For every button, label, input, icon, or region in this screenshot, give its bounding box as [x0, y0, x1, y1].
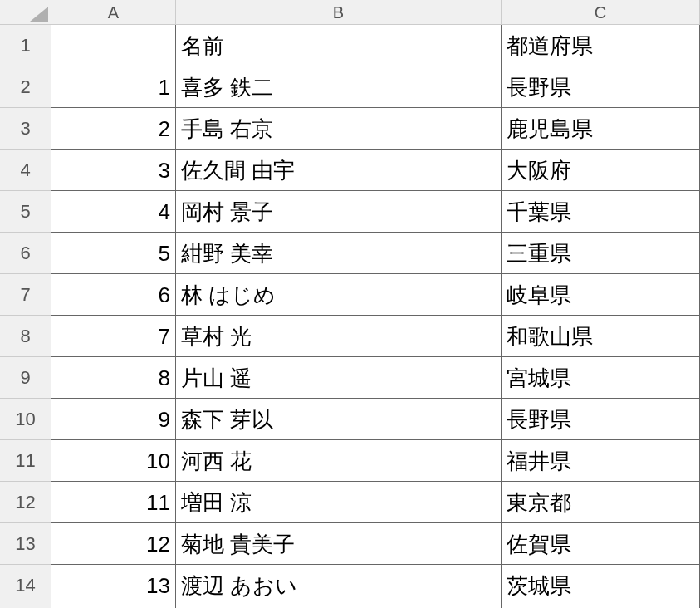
row-header[interactable]: 5 [0, 191, 51, 233]
cell-b[interactable]: 森下 芽以 [176, 399, 502, 440]
cell-b[interactable]: 渡辺 あおい [176, 565, 502, 606]
row-header-1[interactable]: 1 [0, 25, 51, 66]
row-header[interactable]: 12 [0, 482, 51, 523]
cell-c[interactable]: 東京都 [502, 482, 700, 523]
cell-a[interactable]: 11 [51, 482, 176, 523]
row-header[interactable]: 10 [0, 399, 51, 440]
cell-c[interactable]: 長野県 [502, 66, 700, 108]
column-header-b[interactable]: B [176, 0, 502, 25]
select-all-corner[interactable] [0, 0, 51, 25]
cell-c1[interactable]: 都道府県 [502, 25, 700, 66]
cell-c[interactable]: 長野県 [502, 399, 700, 440]
cell-b[interactable]: 増田 涼 [176, 482, 502, 523]
cell-b[interactable]: 手島 右京 [176, 108, 502, 150]
cell-c[interactable]: 千葉県 [502, 191, 700, 233]
row-header[interactable]: 4 [0, 150, 51, 191]
cell-b[interactable]: 片山 遥 [176, 357, 502, 399]
row-header[interactable]: 8 [0, 316, 51, 357]
cell-a[interactable]: 8 [51, 357, 176, 399]
cell-c[interactable]: 岐阜県 [502, 274, 700, 316]
cell-a[interactable]: 1 [51, 66, 176, 108]
column-header-a[interactable]: A [51, 0, 176, 25]
row-header[interactable]: 7 [0, 274, 51, 316]
cell-c[interactable]: 佐賀県 [502, 523, 700, 565]
row-header[interactable]: 14 [0, 565, 51, 606]
row-header[interactable]: 13 [0, 523, 51, 565]
cell-a[interactable]: 6 [51, 274, 176, 316]
cell-a[interactable]: 4 [51, 191, 176, 233]
cell-c[interactable]: 福井県 [502, 440, 700, 482]
cell-a[interactable]: 13 [51, 565, 176, 606]
row-header[interactable]: 3 [0, 108, 51, 150]
cell-b1[interactable]: 名前 [176, 25, 502, 66]
spreadsheet-grid: A B C 1 名前 都道府県 2 1 喜多 鉄二 長野県 3 2 手島 右京 … [0, 0, 700, 608]
cell-a[interactable]: 7 [51, 316, 176, 357]
cell-a[interactable]: 3 [51, 150, 176, 191]
cell-a1[interactable] [51, 25, 176, 66]
cell-b[interactable]: 喜多 鉄二 [176, 66, 502, 108]
cell-b[interactable]: 草村 光 [176, 316, 502, 357]
cell-c[interactable]: 鹿児島県 [502, 108, 700, 150]
cell-c[interactable]: 茨城県 [502, 565, 700, 606]
cell-b[interactable]: 岡村 景子 [176, 191, 502, 233]
row-header[interactable]: 9 [0, 357, 51, 399]
column-header-c[interactable]: C [502, 0, 700, 25]
row-header[interactable]: 2 [0, 66, 51, 108]
cell-b[interactable]: 林 はじめ [176, 274, 502, 316]
cell-b[interactable]: 菊地 貴美子 [176, 523, 502, 565]
cell-c[interactable]: 大阪府 [502, 150, 700, 191]
cell-a[interactable]: 10 [51, 440, 176, 482]
cell-b[interactable]: 佐久間 由宇 [176, 150, 502, 191]
cell-c[interactable]: 宮城県 [502, 357, 700, 399]
cell-c[interactable]: 和歌山県 [502, 316, 700, 357]
cell-a[interactable]: 9 [51, 399, 176, 440]
row-header[interactable]: 6 [0, 233, 51, 274]
cell-c[interactable]: 三重県 [502, 233, 700, 274]
cell-b[interactable]: 紺野 美幸 [176, 233, 502, 274]
row-header[interactable]: 11 [0, 440, 51, 482]
cell-b[interactable]: 河西 花 [176, 440, 502, 482]
cell-a[interactable]: 12 [51, 523, 176, 565]
cell-a[interactable]: 5 [51, 233, 176, 274]
cell-a[interactable]: 2 [51, 108, 176, 150]
